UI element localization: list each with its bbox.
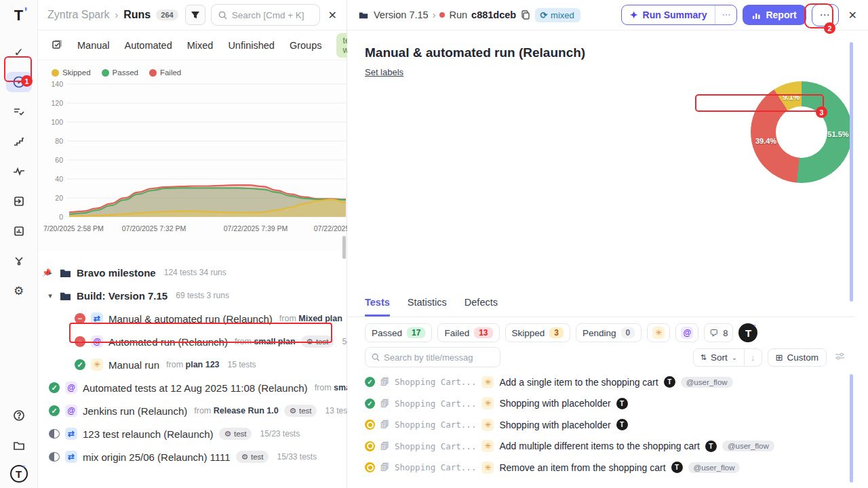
run-breadcrumb-version[interactable]: Version 7.15	[374, 9, 429, 20]
runs-tab-groups[interactable]: Groups	[290, 40, 322, 51]
panel-close-icon[interactable]: ✕	[326, 9, 340, 22]
test-title: Add a single item to the shopping cart	[499, 377, 658, 388]
test-row[interactable]: 🗐Shopping Cart...✳Shopping with placehol…	[365, 414, 845, 436]
runs-tab-automated[interactable]: Automated	[125, 40, 172, 51]
user-avatar[interactable]: T	[10, 465, 28, 483]
test-title: Shopping with placeholder	[499, 420, 610, 430]
projects-icon[interactable]	[6, 435, 32, 455]
detail-close-icon[interactable]: ✕	[844, 9, 860, 22]
detail-tabs: TestsStatisticsDefects	[347, 297, 854, 317]
tree-row[interactable]: 📌▸Bravo milestone124 tests 34 runs	[43, 261, 347, 284]
manual-test-icon: ✳	[481, 376, 494, 388]
svg-text:0: 0	[59, 213, 63, 221]
search-icon	[218, 11, 227, 20]
sort-button[interactable]: ⇅ Sort ⌄	[694, 349, 744, 366]
tree-row[interactable]: ▾Build: Version 7.1569 tests 3 runs	[43, 284, 347, 307]
manual-filter-chip[interactable]: ✳	[647, 323, 670, 342]
tab-defects[interactable]: Defects	[465, 297, 498, 317]
manual-test-icon: ✳	[481, 462, 494, 474]
svg-text:120: 120	[51, 99, 63, 107]
tree-run-label: mix origin 25/06 (Relaunch) 1111	[83, 451, 231, 463]
sidebar-bottom-group: T	[6, 405, 32, 488]
svg-text:07/22/2025 7:39 PM: 07/22/2025 7:39 PM	[224, 224, 288, 232]
import-nav-icon[interactable]	[6, 191, 32, 211]
tests-search-input[interactable]: Search by title/messag	[365, 347, 500, 367]
runs-count-badge: 264	[156, 9, 178, 20]
status-passed-icon: ✓	[49, 382, 60, 393]
legend-label: Failed	[160, 68, 181, 77]
tree-row[interactable]: ⇄mix origin 25/06 (Relaunch) 1111⚙test15…	[43, 445, 347, 468]
select-all-icon[interactable]	[52, 39, 62, 52]
tree-row[interactable]: −⇄Manual & automated run (Relaunch)from …	[43, 307, 347, 330]
run-summary-more-button[interactable]: ⋯	[715, 5, 736, 24]
view-options-button[interactable]	[832, 349, 848, 365]
test-owner-avatar: T	[705, 441, 717, 452]
detail-scrollbar-thumb[interactable]	[850, 42, 853, 302]
tree-row[interactable]: ✓✳Manual runfrom plan 12315 tests	[43, 353, 347, 376]
pulse-nav-icon[interactable]	[6, 161, 32, 182]
test-tag-badge: @user_flow	[722, 441, 774, 451]
run-summary-button[interactable]: ✦ Run Summary	[622, 5, 715, 24]
assignee-avatar[interactable]: T	[738, 323, 757, 342]
runs-tab-unfinished[interactable]: Unfinished	[228, 40, 275, 51]
chevron-down-icon[interactable]: ▾	[46, 291, 54, 300]
filter-chip-skipped[interactable]: Skipped3	[505, 323, 570, 342]
tree-row[interactable]: ⇄123 test relaunch (Relaunch)⚙test15/23 …	[43, 422, 347, 445]
milestones-nav-icon[interactable]	[6, 131, 32, 152]
status-passed-icon: ✓	[49, 405, 60, 416]
runs-tab-manual[interactable]: Manual	[77, 40, 110, 51]
legend-item-passed: Passed	[102, 68, 138, 77]
analytics-nav-icon[interactable]	[6, 221, 32, 241]
tree-row[interactable]: ✓@Jenkins run (Relaunch)from Release Run…	[43, 399, 347, 422]
automated-filter-chip[interactable]: @	[675, 323, 698, 342]
filter-chip-pending[interactable]: Pending0	[576, 323, 642, 342]
plans-nav-icon[interactable]	[6, 102, 32, 122]
run-id: c881dceb	[471, 9, 516, 20]
test-suite-name: Shopping Cart...	[395, 441, 476, 451]
test-row[interactable]: 🗐Shopping Cart...✳Add multiple different…	[365, 436, 845, 458]
run-more-button[interactable]: ⋯	[812, 4, 839, 26]
report-chart-icon	[752, 11, 761, 20]
copy-run-id-icon[interactable]	[521, 10, 530, 20]
test-status-passed-icon: ✓	[365, 377, 375, 387]
help-icon[interactable]	[6, 405, 32, 426]
run-type-badge: ⟳ mixed	[535, 8, 580, 22]
test-badge-label: test	[316, 338, 329, 346]
tree-run-label: Manual run	[108, 359, 159, 371]
filter-button[interactable]	[185, 5, 205, 25]
breadcrumb-project[interactable]: Zyntra Spark	[47, 9, 110, 21]
test-row[interactable]: ✓🗐Shopping Cart...✳Shopping with placeho…	[365, 393, 845, 415]
filter-chip-failed[interactable]: Failed13	[437, 323, 499, 342]
tree-row[interactable]: ✓@Automated tests at 12 Aug 2025 11:08 (…	[43, 376, 347, 399]
run-actions: ✦ Run Summary ⋯ Report ⋯ ✕	[621, 4, 860, 26]
set-labels-link[interactable]: Set labels	[365, 67, 403, 77]
test-suite-name: Shopping Cart...	[395, 377, 476, 387]
sort-direction-button[interactable]: ↓	[744, 349, 762, 366]
tests-scrollbar-thumb[interactable]	[850, 374, 853, 483]
tab-statistics[interactable]: Statistics	[408, 297, 447, 317]
report-button[interactable]: Report	[743, 5, 806, 25]
test-row[interactable]: 🗐Shopping Cart...✳Remove an item from th…	[365, 457, 845, 479]
tree-row[interactable]: −@Automated run (Relaunch)from small pla…	[43, 330, 347, 353]
legend-item-failed: Failed	[149, 68, 181, 77]
test-row[interactable]: ✓🗐Shopping Cart...✳Add a single item to …	[365, 371, 845, 393]
tree-run-from: from Release Run 1.0	[194, 406, 278, 415]
run-kind-manual-icon: ✳	[91, 359, 103, 371]
tests-nav-icon[interactable]: ✓	[6, 42, 32, 62]
comment-icon: 🗩	[709, 328, 718, 338]
tests-list: ✓🗐Shopping Cart...✳Add a single item to …	[365, 371, 845, 479]
filter-chip-passed[interactable]: Passed17	[365, 323, 432, 342]
runs-search-input[interactable]: Search [Cmd + K]	[211, 4, 320, 26]
runs-tab-mixed[interactable]: Mixed	[187, 40, 214, 51]
left-scrollbar-thumb[interactable]	[342, 236, 346, 259]
branches-nav-icon[interactable]	[6, 251, 32, 271]
settings-nav-icon[interactable]: ⚙	[6, 281, 32, 301]
tree-folder-meta: 124 tests 34 runs	[164, 268, 226, 277]
breadcrumb-separator: ›	[115, 9, 119, 20]
custom-columns-button[interactable]: ⊞ Custom	[768, 348, 827, 367]
tree-run-label: Manual & automated run (Relaunch)	[108, 313, 273, 325]
tab-tests[interactable]: Tests	[365, 297, 390, 317]
app-logo: T	[14, 7, 23, 24]
grid-icon: ⊞	[776, 352, 783, 363]
comments-chip[interactable]: 🗩8	[704, 323, 733, 342]
